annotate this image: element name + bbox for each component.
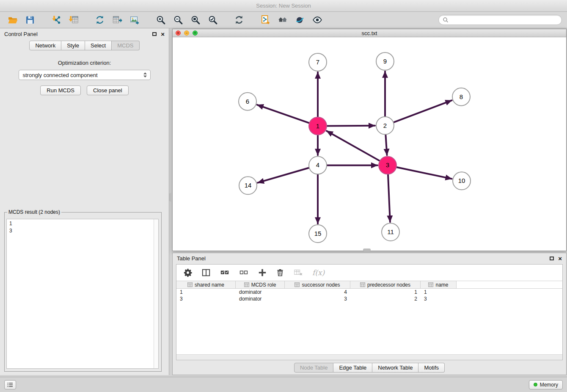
table-panel-tabs: Node Table Edge Table Network Table Moti… [173,363,566,373]
graph-node-label: 7 [316,58,319,66]
trash-icon [276,268,284,277]
table-cell: 2 [350,296,421,302]
tab-node-table[interactable]: Node Table [294,363,334,373]
delete-column-button[interactable] [293,268,303,277]
tab-network[interactable]: Network [29,41,61,50]
graph-edge-3-1[interactable] [327,131,380,160]
network-window-titlebar[interactable]: × − + scc.txt [173,29,566,37]
search-box[interactable] [438,15,562,25]
zoom-fit-icon [190,15,201,25]
column-settings-button[interactable] [183,268,193,277]
tab-motifs[interactable]: Motifs [418,363,445,373]
zoom-fit-button[interactable] [188,13,203,27]
network-document-button[interactable] [258,13,273,27]
zoom-out-button[interactable] [171,13,186,27]
graph-node-label: 6 [246,98,249,105]
column-header-predecessor-nodes[interactable]: predecessor nodes [350,281,421,288]
column-header-shared-name[interactable]: shared name [176,281,236,288]
tab-style[interactable]: Style [61,41,85,50]
column-header-label: successor nodes [302,282,340,288]
mcds-result-area[interactable]: 13 [6,219,159,369]
graph-edge-1-2[interactable] [327,126,375,126]
window-zoom-icon[interactable]: + [193,30,198,36]
deselect-all-rows-button[interactable] [239,268,249,277]
graph-svg: 7968124314101511 [173,38,566,251]
control-panel-header: Control Panel × [0,28,169,39]
show-columns-button[interactable] [201,268,211,277]
tab-mcds[interactable]: MCDS [112,41,139,50]
memory-button[interactable]: Memory [529,380,563,389]
open-folder-icon [8,15,18,25]
close-table-panel-icon[interactable]: × [558,255,562,262]
window-title: Session: New Session [256,3,311,9]
open-file-button[interactable] [5,13,20,27]
table-cell: 4 [285,289,350,295]
column-header-MCDS-role[interactable]: MCDS role [236,281,285,288]
apply-function-button[interactable]: f(x) [312,268,325,277]
column-header-label: name [435,282,448,288]
graph-edge-3-10[interactable] [397,167,452,179]
table-cell: 1 [350,289,421,295]
task-history-button[interactable] [4,380,16,389]
float-table-panel-icon[interactable] [550,257,554,260]
table-row[interactable]: 1dominator411 [176,289,562,295]
refresh-view-button[interactable] [231,13,247,27]
column-header-successor-nodes[interactable]: successor nodes [285,281,350,288]
export-table-button[interactable] [110,13,125,27]
table-cell: dominator [236,296,285,302]
table-cell: 1 [176,289,236,295]
dropdown-stepper-icon [142,72,148,78]
run-mcds-button[interactable]: Run MCDS [40,86,81,95]
tab-network-table[interactable]: Network Table [372,363,418,373]
select-all-rows-button[interactable] [220,268,230,277]
table-hscrollbar[interactable] [176,354,562,360]
export-image-icon [129,15,140,25]
graph-node-label: 1 [316,122,319,130]
mcds-result-line: 3 [9,227,151,235]
graph-edge-2-8[interactable] [394,100,452,122]
save-session-button[interactable] [22,13,38,27]
node-table-body: 1dominator4113dominator323 [176,289,562,302]
column-header-name[interactable]: name [421,281,457,288]
table-cell: 3 [176,296,236,302]
home-layouts-button[interactable] [275,13,290,27]
graph-edge-1-6[interactable] [257,105,309,123]
mcds-result-line: 1 [9,220,151,227]
result-scrollbar[interactable] [154,219,158,368]
zoom-in-button[interactable] [153,13,168,27]
window-close-icon[interactable]: × [176,30,181,36]
search-input[interactable] [451,17,558,23]
graph-edge-3-11[interactable] [388,174,390,222]
graph-edge-4-14[interactable] [258,168,309,182]
export-image-button[interactable] [127,13,142,27]
tab-edge-table[interactable]: Edge Table [333,363,372,373]
window-titlebar: Session: New Session [0,0,567,12]
style-brush-icon [295,15,305,25]
close-panel-icon[interactable]: × [161,31,165,37]
eye-icon [312,15,323,25]
import-table-button[interactable] [66,13,81,27]
criterion-dropdown[interactable]: strongly connected component [19,70,151,80]
float-panel-icon[interactable] [152,32,157,36]
column-type-icon [360,282,365,287]
network-canvas[interactable]: 7968124314101511 [173,38,566,251]
clone-network-button[interactable] [92,13,107,27]
apply-style-button[interactable] [292,13,308,27]
window-minimize-icon[interactable]: − [184,30,189,36]
close-panel-button[interactable]: Close panel [87,86,129,95]
show-hide-details-button[interactable] [310,13,325,27]
zoom-selected-button[interactable] [205,13,220,27]
gear-icon [183,268,193,277]
tab-select[interactable]: Select [85,41,112,50]
control-panel-title: Control Panel [4,31,38,37]
import-network-button[interactable] [49,13,64,27]
delete-selected-button[interactable] [276,268,284,277]
graph-edge-2-3[interactable] [385,135,387,155]
vertical-splitter-handle[interactable] [169,193,172,202]
column-header-label: predecessor nodes [367,282,410,288]
horizontal-splitter-handle[interactable] [363,248,371,251]
deselect-all-icon [239,268,249,277]
create-column-button[interactable] [258,268,267,277]
table-row[interactable]: 3dominator323 [176,295,562,302]
network-window: × − + scc.txt 7968124314101511 [172,29,567,251]
